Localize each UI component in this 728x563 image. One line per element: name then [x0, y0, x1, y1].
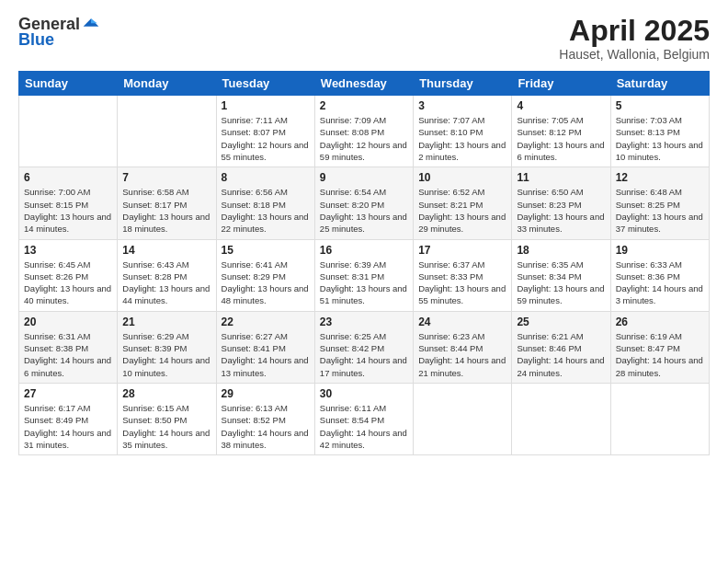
day-info: Sunrise: 6:54 AMSunset: 8:20 PMDaylight:…: [320, 186, 408, 235]
calendar-cell: 1Sunrise: 7:11 AMSunset: 8:07 PMDaylight…: [216, 96, 314, 167]
calendar: SundayMondayTuesdayWednesdayThursdayFrid…: [18, 71, 710, 455]
day-number: 29: [222, 387, 310, 400]
calendar-cell: 9Sunrise: 6:54 AMSunset: 8:20 PMDaylight…: [314, 167, 413, 239]
day-number: 19: [616, 244, 704, 257]
day-info: Sunrise: 6:39 AMSunset: 8:31 PMDaylight:…: [320, 259, 408, 307]
day-number: 13: [24, 244, 112, 257]
day-info: Sunrise: 6:31 AMSunset: 8:38 PMDaylight:…: [24, 330, 112, 379]
logo-icon: [82, 16, 100, 34]
day-info: Sunrise: 7:09 AMSunset: 8:08 PMDaylight:…: [320, 114, 408, 163]
calendar-cell: [512, 383, 610, 454]
day-info: Sunrise: 6:19 AMSunset: 8:47 PMDaylight:…: [616, 330, 704, 379]
day-number: 25: [517, 316, 605, 328]
day-number: 26: [616, 316, 704, 328]
day-number: 8: [222, 171, 310, 184]
calendar-cell: 20Sunrise: 6:31 AMSunset: 8:38 PMDayligh…: [19, 311, 118, 383]
day-number: 5: [616, 99, 704, 112]
calendar-cell: 7Sunrise: 6:58 AMSunset: 8:17 PMDaylight…: [118, 167, 216, 239]
day-number: 9: [320, 171, 408, 184]
day-number: 30: [320, 387, 408, 400]
day-number: 15: [222, 244, 310, 257]
calendar-header-thursday: Thursday: [414, 72, 512, 96]
calendar-cell: 17Sunrise: 6:37 AMSunset: 8:33 PMDayligh…: [414, 239, 512, 311]
day-number: 18: [517, 244, 605, 257]
logo-blue: Blue: [18, 30, 54, 50]
calendar-cell: 23Sunrise: 6:25 AMSunset: 8:42 PMDayligh…: [314, 311, 413, 383]
day-info: Sunrise: 6:25 AMSunset: 8:42 PMDaylight:…: [320, 330, 408, 379]
calendar-cell: 22Sunrise: 6:27 AMSunset: 8:41 PMDayligh…: [216, 311, 314, 383]
calendar-cell: 2Sunrise: 7:09 AMSunset: 8:08 PMDaylight…: [314, 96, 413, 167]
calendar-cell: 13Sunrise: 6:45 AMSunset: 8:26 PMDayligh…: [19, 239, 118, 311]
day-number: 6: [24, 171, 112, 184]
calendar-cell: 16Sunrise: 6:39 AMSunset: 8:31 PMDayligh…: [314, 239, 413, 311]
day-info: Sunrise: 6:21 AMSunset: 8:46 PMDaylight:…: [517, 330, 605, 379]
day-info: Sunrise: 7:07 AMSunset: 8:10 PMDaylight:…: [418, 114, 506, 163]
calendar-cell: 15Sunrise: 6:41 AMSunset: 8:29 PMDayligh…: [216, 239, 314, 311]
day-info: Sunrise: 6:15 AMSunset: 8:50 PMDaylight:…: [122, 402, 210, 451]
calendar-cell: 14Sunrise: 6:43 AMSunset: 8:28 PMDayligh…: [118, 239, 216, 311]
calendar-cell: 18Sunrise: 6:35 AMSunset: 8:34 PMDayligh…: [512, 239, 610, 311]
calendar-cell: 29Sunrise: 6:13 AMSunset: 8:52 PMDayligh…: [216, 383, 314, 454]
day-info: Sunrise: 6:13 AMSunset: 8:52 PMDaylight:…: [222, 402, 310, 451]
calendar-week-5: 27Sunrise: 6:17 AMSunset: 8:49 PMDayligh…: [19, 383, 710, 454]
day-number: 3: [418, 99, 506, 112]
calendar-cell: [414, 383, 512, 454]
day-info: Sunrise: 6:45 AMSunset: 8:26 PMDaylight:…: [24, 259, 112, 307]
calendar-header-monday: Monday: [118, 72, 216, 96]
calendar-header-saturday: Saturday: [610, 72, 709, 96]
day-info: Sunrise: 6:33 AMSunset: 8:36 PMDaylight:…: [616, 259, 704, 307]
day-number: 24: [418, 316, 506, 328]
calendar-week-3: 13Sunrise: 6:45 AMSunset: 8:26 PMDayligh…: [19, 239, 710, 311]
calendar-cell: 11Sunrise: 6:50 AMSunset: 8:23 PMDayligh…: [512, 167, 610, 239]
day-number: 16: [320, 244, 408, 257]
calendar-header-friday: Friday: [512, 72, 610, 96]
calendar-cell: 27Sunrise: 6:17 AMSunset: 8:49 PMDayligh…: [19, 383, 118, 454]
calendar-cell: 28Sunrise: 6:15 AMSunset: 8:50 PMDayligh…: [118, 383, 216, 454]
day-info: Sunrise: 7:00 AMSunset: 8:15 PMDaylight:…: [24, 186, 112, 235]
day-number: 27: [24, 387, 112, 400]
day-info: Sunrise: 6:37 AMSunset: 8:33 PMDaylight:…: [418, 259, 506, 307]
day-number: 20: [24, 316, 112, 328]
calendar-header-row: SundayMondayTuesdayWednesdayThursdayFrid…: [19, 72, 710, 96]
calendar-week-1: 1Sunrise: 7:11 AMSunset: 8:07 PMDaylight…: [19, 96, 710, 167]
day-info: Sunrise: 6:41 AMSunset: 8:29 PMDaylight:…: [222, 259, 310, 307]
calendar-week-2: 6Sunrise: 7:00 AMSunset: 8:15 PMDaylight…: [19, 167, 710, 239]
calendar-cell: [118, 96, 216, 167]
title-section: April 2025 Hauset, Wallonia, Belgium: [559, 15, 710, 62]
day-info: Sunrise: 7:05 AMSunset: 8:12 PMDaylight:…: [517, 114, 605, 163]
calendar-cell: 24Sunrise: 6:23 AMSunset: 8:44 PMDayligh…: [414, 311, 512, 383]
calendar-cell: 8Sunrise: 6:56 AMSunset: 8:18 PMDaylight…: [216, 167, 314, 239]
day-number: 22: [222, 316, 310, 328]
calendar-cell: [610, 383, 709, 454]
day-info: Sunrise: 7:03 AMSunset: 8:13 PMDaylight:…: [616, 114, 704, 163]
subtitle: Hauset, Wallonia, Belgium: [559, 47, 710, 62]
day-info: Sunrise: 6:50 AMSunset: 8:23 PMDaylight:…: [517, 186, 605, 235]
calendar-cell: 30Sunrise: 6:11 AMSunset: 8:54 PMDayligh…: [314, 383, 413, 454]
day-number: 28: [122, 387, 210, 400]
day-number: 11: [517, 171, 605, 184]
calendar-header-sunday: Sunday: [19, 72, 118, 96]
logo: General Blue: [18, 15, 100, 50]
day-number: 21: [122, 316, 210, 328]
day-info: Sunrise: 6:17 AMSunset: 8:49 PMDaylight:…: [24, 402, 112, 451]
day-info: Sunrise: 6:27 AMSunset: 8:41 PMDaylight:…: [222, 330, 310, 379]
calendar-cell: 21Sunrise: 6:29 AMSunset: 8:39 PMDayligh…: [118, 311, 216, 383]
day-number: 7: [122, 171, 210, 184]
calendar-cell: [19, 96, 118, 167]
day-number: 4: [517, 99, 605, 112]
page: General Blue April 2025 Hauset, Wallonia…: [0, 0, 728, 563]
calendar-cell: 6Sunrise: 7:00 AMSunset: 8:15 PMDaylight…: [19, 167, 118, 239]
calendar-header-tuesday: Tuesday: [216, 72, 314, 96]
calendar-cell: 5Sunrise: 7:03 AMSunset: 8:13 PMDaylight…: [610, 96, 709, 167]
calendar-cell: 19Sunrise: 6:33 AMSunset: 8:36 PMDayligh…: [610, 239, 709, 311]
calendar-cell: 3Sunrise: 7:07 AMSunset: 8:10 PMDaylight…: [414, 96, 512, 167]
calendar-cell: 12Sunrise: 6:48 AMSunset: 8:25 PMDayligh…: [610, 167, 709, 239]
day-number: 17: [418, 244, 506, 257]
day-number: 12: [616, 171, 704, 184]
day-info: Sunrise: 6:56 AMSunset: 8:18 PMDaylight:…: [222, 186, 310, 235]
calendar-cell: 25Sunrise: 6:21 AMSunset: 8:46 PMDayligh…: [512, 311, 610, 383]
calendar-cell: 26Sunrise: 6:19 AMSunset: 8:47 PMDayligh…: [610, 311, 709, 383]
day-info: Sunrise: 6:35 AMSunset: 8:34 PMDaylight:…: [517, 259, 605, 307]
day-info: Sunrise: 6:23 AMSunset: 8:44 PMDaylight:…: [418, 330, 506, 379]
svg-marker-1: [91, 18, 97, 23]
